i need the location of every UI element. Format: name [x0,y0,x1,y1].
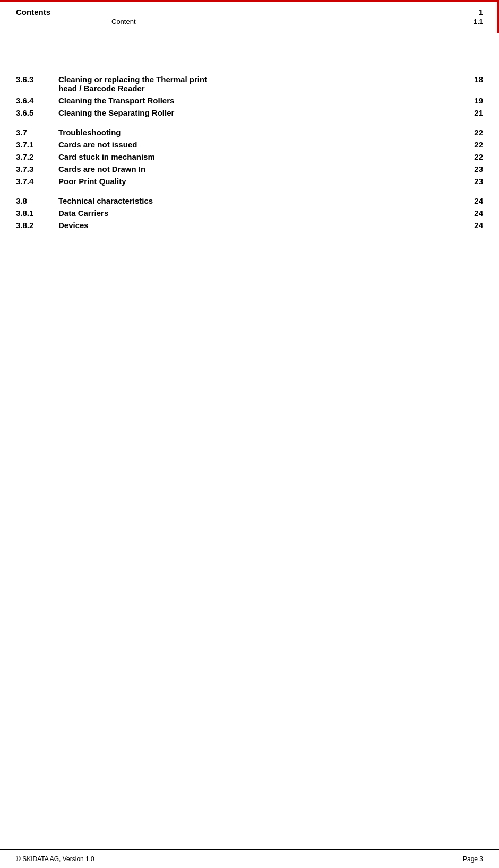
toc-content: 3.6.3Cleaning or replacing the Thermal p… [0,73,499,868]
toc-number: 3.7.2 [16,152,58,161]
top-border [0,0,499,2]
toc-row: 3.6.4Cleaning the Transport Rollers19 [16,94,483,107]
toc-number: 3.8.2 [16,221,58,230]
toc-number: 3.8 [16,196,58,205]
toc-page: 22 [462,140,483,149]
sub-header-number: 1.1 [474,18,483,25]
toc-page: 24 [462,209,483,218]
toc-page: 23 [462,177,483,186]
toc-title: Technical characteristics [58,196,462,205]
toc-row: 3.7Troubleshooting22 [16,126,483,138]
toc-number: 3.6.5 [16,108,58,117]
toc-row: 3.8.2Devices24 [16,219,483,231]
footer: © SKIDATA AG, Version 1.0 Page 3 [0,849,499,868]
toc-number: 3.8.1 [16,209,58,218]
toc-title: Cleaning the Separating Roller [58,108,462,117]
toc-title: Card stuck in mechanism [58,152,462,161]
toc-row: 3.6.5Cleaning the Separating Roller21 [16,107,483,119]
toc-page: 18 [462,75,483,84]
toc-title: Cleaning or replacing the Thermal printh… [58,75,462,93]
toc-page: 23 [462,164,483,173]
toc-row: 3.6.3Cleaning or replacing the Thermal p… [16,73,483,94]
header-number: 1 [479,7,483,16]
toc-row: 3.7.2Card stuck in mechanism22 [16,151,483,163]
toc-row: 3.7.3Cards are not Drawn In23 [16,163,483,175]
toc-number: 3.6.4 [16,96,58,105]
toc-row: 3.8Technical characteristics24 [16,195,483,207]
header: Contents 1 [0,2,499,16]
toc-number: 3.7.3 [16,164,58,173]
page: Contents 1 Content 1.1 3.6.3Cleaning or … [0,0,499,868]
toc-page: 22 [462,152,483,161]
sub-header-label: Content [16,18,136,25]
footer-copyright: © SKIDATA AG, Version 1.0 [16,855,94,863]
toc-title-line2: head / Barcode Reader [58,84,462,93]
toc-title: Troubleshooting [58,128,462,137]
toc-page: 24 [462,196,483,205]
toc-title: Poor Print Quality [58,177,462,186]
toc-title-line1: Cleaning or replacing the Thermal print [58,75,462,84]
sub-header: Content 1.1 [0,18,499,25]
toc-title: Cleaning the Transport Rollers [58,96,462,105]
toc-title: Cards are not Drawn In [58,164,462,173]
toc-number: 3.7.1 [16,140,58,149]
footer-page: Page 3 [463,855,483,863]
toc-number: 3.6.3 [16,75,58,84]
toc-page: 21 [462,108,483,117]
toc-row: 3.7.4Poor Print Quality23 [16,175,483,187]
toc-row: 3.7.1Cards are not issued22 [16,138,483,151]
toc-page: 24 [462,221,483,230]
toc-row: 3.8.1Data Carriers24 [16,207,483,219]
toc-number: 3.7 [16,128,58,137]
toc-section: 3.6.3Cleaning or replacing the Thermal p… [16,73,483,231]
header-title: Contents [16,7,50,16]
toc-title: Cards are not issued [58,140,462,149]
toc-title: Data Carriers [58,209,462,218]
toc-number: 3.7.4 [16,177,58,186]
toc-title: Devices [58,221,462,230]
toc-page: 22 [462,128,483,137]
toc-page: 19 [462,96,483,105]
